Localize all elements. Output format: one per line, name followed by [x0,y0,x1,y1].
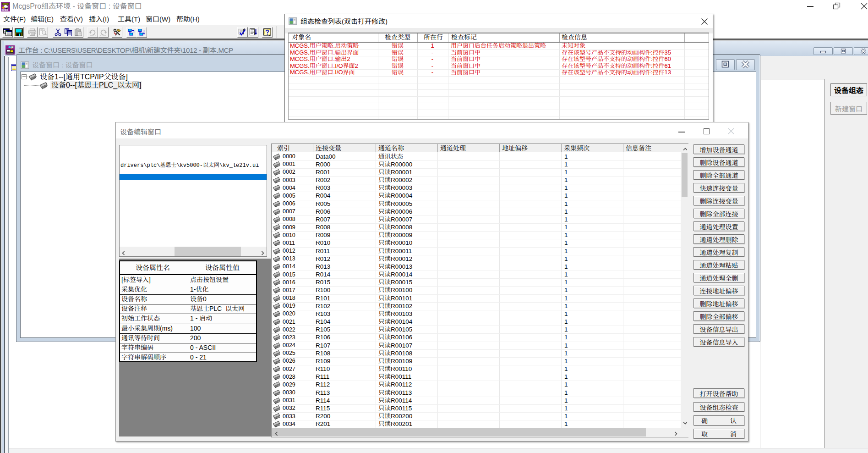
svg-text:MCGS: MCGS [2,9,9,11]
